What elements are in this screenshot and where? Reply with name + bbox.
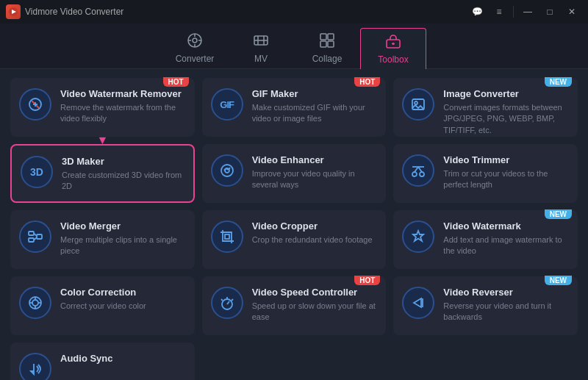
tab-converter[interactable]: Converter <box>162 27 228 68</box>
reverser-icon <box>402 287 434 319</box>
tab-toolbox[interactable]: Toolbox <box>360 28 426 69</box>
tab-collage-label: Collage <box>312 54 343 64</box>
color-info: Color Correction Correct your video colo… <box>60 287 186 312</box>
merger-desc: Merge multiple clips into a single piece <box>60 234 186 257</box>
3d-maker-name: 3D Maker <box>62 156 184 167</box>
gif-maker-info: GIF Maker Make customized GIF with your … <box>252 88 378 125</box>
color-desc: Correct your video color <box>60 301 186 312</box>
watermark-remover-desc: Remove the watermark from the video flex… <box>60 102 186 125</box>
title-bar-left: Vidmore Video Converter <box>6 4 123 19</box>
merger-name: Video Merger <box>60 221 186 232</box>
svg-rect-14 <box>320 41 326 47</box>
svg-rect-13 <box>328 34 334 40</box>
menu-button[interactable]: ≡ <box>489 4 509 19</box>
new-badge: New <box>545 77 572 87</box>
tool-video-enhancer[interactable]: Video Enhancer Improve your video qualit… <box>202 144 387 203</box>
3d-maker-icon: 3D <box>21 156 53 188</box>
reverser-name: Video Reverser <box>443 287 569 298</box>
reverser-info: Video Reverser Reverse your video and tu… <box>443 287 569 323</box>
watermark-icon <box>402 221 434 253</box>
image-converter-desc: Convert images formats between JPG/JPEG,… <box>443 102 569 136</box>
title-bar-controls: 💬 ≡ — □ ✕ <box>467 4 582 19</box>
tab-mv-label: MV <box>254 54 268 64</box>
hot-badge: Hot <box>163 77 189 87</box>
tool-video-trimmer[interactable]: Video Trimmer Trim or cut your videos to… <box>393 144 578 203</box>
cropper-info: Video Cropper Crop the redundant video f… <box>252 221 378 245</box>
svg-line-46 <box>221 299 223 301</box>
reverser-desc: Reverse your video and turn it backwards <box>443 301 569 323</box>
color-name: Color Correction <box>60 287 186 298</box>
tool-video-watermark-remover[interactable]: Hot Video Watermark Remover Remove the w… <box>10 78 195 137</box>
svg-rect-15 <box>328 41 334 47</box>
enhancer-name: Video Enhancer <box>252 154 378 165</box>
audio-sync-info: Audio Sync <box>60 353 186 367</box>
converter-icon <box>187 32 203 51</box>
arrow-indicator: ▼ <box>96 134 108 147</box>
new-badge: New <box>545 209 572 219</box>
enhancer-desc: Improve your video quality in several wa… <box>252 168 378 191</box>
title-bar-title: Vidmore Video Converter <box>25 7 123 17</box>
tool-speed-controller[interactable]: Hot Video Speed Controller Speed up or s… <box>202 276 387 335</box>
svg-marker-49 <box>414 298 421 307</box>
svg-point-3 <box>193 38 197 43</box>
cropper-name: Video Cropper <box>252 221 378 232</box>
merger-info: Video Merger Merge multiple clips into a… <box>60 221 186 257</box>
svg-line-48 <box>227 301 229 304</box>
tab-collage[interactable]: Collage <box>294 27 360 68</box>
svg-rect-33 <box>29 238 34 242</box>
color-icon <box>19 287 51 319</box>
collage-icon <box>319 32 335 51</box>
cropper-desc: Crop the redundant video footage <box>252 234 378 245</box>
app-logo <box>6 4 21 19</box>
chat-button[interactable]: 💬 <box>467 4 487 19</box>
trimmer-name: Video Trimmer <box>443 154 569 165</box>
audio-sync-icon <box>19 353 51 380</box>
speed-info: Video Speed Controller Speed up or slow … <box>252 287 378 323</box>
merger-icon <box>19 221 51 253</box>
tool-3d-maker[interactable]: 3D 3D Maker Create customized 3D video f… <box>10 144 195 203</box>
tool-video-cropper[interactable]: Video Cropper Crop the redundant video f… <box>202 210 387 269</box>
tab-mv[interactable]: MV <box>228 27 294 68</box>
tool-video-merger[interactable]: Video Merger Merge multiple clips into a… <box>10 210 195 269</box>
gif-maker-desc: Make customized GIF with your video or i… <box>252 102 378 125</box>
audio-sync-name: Audio Sync <box>60 353 186 364</box>
svg-line-47 <box>232 299 233 301</box>
trimmer-info: Video Trimmer Trim or cut your videos to… <box>443 154 569 191</box>
svg-point-39 <box>32 300 38 306</box>
hot-badge: Hot <box>354 77 380 87</box>
svg-point-27 <box>412 172 417 176</box>
close-button[interactable]: ✕ <box>562 4 582 19</box>
svg-point-26 <box>225 168 229 173</box>
trimmer-icon <box>402 154 434 187</box>
tool-audio-sync[interactable]: Audio Sync <box>10 343 195 380</box>
watermark-name: Video Watermark <box>443 221 569 232</box>
image-converter-name: Image Converter <box>443 88 569 99</box>
speed-icon <box>211 287 243 319</box>
watermark-remover-info: Video Watermark Remover Remove the water… <box>60 88 186 125</box>
hot-badge: Hot <box>354 276 380 285</box>
new-badge: New <box>545 276 572 285</box>
svg-point-25 <box>221 165 233 176</box>
svg-point-28 <box>420 172 424 176</box>
3d-maker-desc: Create customized 3D video from 2D <box>62 170 184 193</box>
title-bar: Vidmore Video Converter 💬 ≡ — □ ✕ <box>0 0 588 24</box>
gif-maker-icon: GIF <box>211 88 243 121</box>
tab-toolbox-label: Toolbox <box>378 54 408 65</box>
mv-icon <box>253 32 269 51</box>
tool-video-watermark[interactable]: New Video Watermark Add text and image w… <box>393 210 578 269</box>
tool-video-reverser[interactable]: New Video Reverser Reverse your video an… <box>393 276 578 335</box>
speed-desc: Speed up or slow down your file at ease <box>252 301 378 323</box>
speed-name: Video Speed Controller <box>252 287 378 298</box>
tool-image-converter[interactable]: New Image Converter Convert images forma… <box>393 78 578 137</box>
minimize-button[interactable]: — <box>517 4 538 19</box>
tools-grid: Hot Video Watermark Remover Remove the w… <box>0 69 588 380</box>
watermark-info: Video Watermark Add text and image water… <box>443 221 569 257</box>
gif-maker-name: GIF Maker <box>252 88 378 99</box>
svg-rect-34 <box>37 234 42 239</box>
tool-color-correction[interactable]: Color Correction Correct your video colo… <box>10 276 195 335</box>
tool-gif-maker[interactable]: Hot GIF GIF Maker Make customized GIF wi… <box>202 78 387 137</box>
maximize-button[interactable]: □ <box>539 4 560 19</box>
enhancer-icon <box>211 154 243 187</box>
trimmer-desc: Trim or cut your videos to the perfect l… <box>443 168 569 191</box>
cropper-icon <box>211 221 243 253</box>
